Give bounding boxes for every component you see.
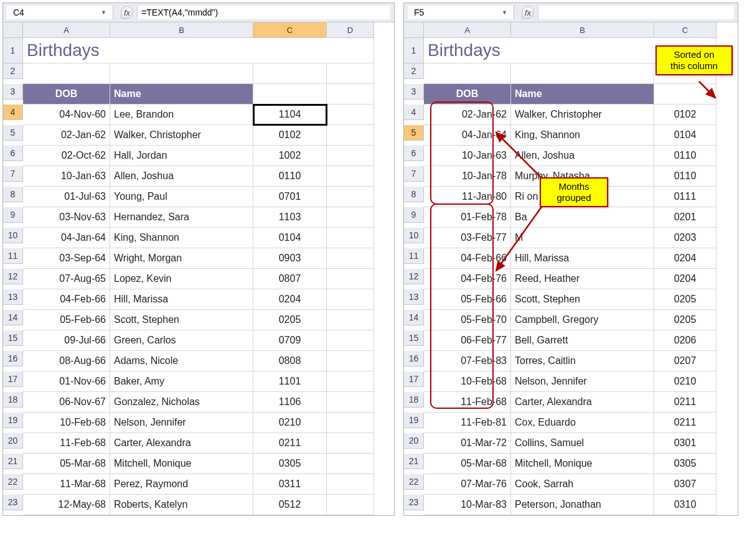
cell[interactable]: 0207 — [654, 351, 716, 371]
cell[interactable]: 1104 — [253, 105, 327, 125]
cell[interactable]: 0307 — [654, 474, 716, 495]
row-header[interactable]: 13 — [3, 289, 23, 305]
row-header[interactable]: 11 — [404, 248, 424, 264]
fx-icon[interactable]: fx — [522, 6, 534, 19]
cell[interactable] — [327, 454, 374, 474]
dropdown-icon[interactable]: ▼ — [101, 9, 106, 16]
cell[interactable]: Reed, Heather — [511, 269, 654, 289]
cell[interactable]: 0701 — [253, 187, 327, 207]
cell[interactable]: 0211 — [654, 392, 716, 413]
cell[interactable]: 03-Feb-77 — [424, 228, 511, 248]
cell[interactable]: Lee, Brandon — [110, 105, 253, 125]
cell[interactable]: 10-Feb-68 — [424, 371, 511, 392]
cell[interactable]: 0204 — [654, 248, 716, 269]
cell[interactable]: Nelson, Jennifer — [110, 413, 253, 433]
title-cell[interactable]: Birthdays — [23, 38, 374, 63]
cell[interactable] — [327, 289, 374, 310]
row-header[interactable]: 14 — [404, 310, 424, 325]
row-header[interactable]: 21 — [3, 454, 23, 469]
cell[interactable] — [327, 310, 374, 330]
cell[interactable]: 10-Jan-63 — [23, 166, 110, 187]
cell[interactable]: 07-Mar-76 — [424, 474, 511, 495]
cell[interactable]: 0512 — [253, 495, 327, 515]
row-header[interactable]: 20 — [404, 433, 424, 449]
cell[interactable]: 0102 — [253, 125, 327, 146]
cell[interactable]: 1103 — [253, 207, 327, 228]
cell[interactable]: 06-Nov-67 — [23, 392, 110, 413]
cell[interactable]: 0310 — [654, 495, 716, 515]
cell[interactable] — [327, 187, 374, 207]
cell[interactable]: Hill, Marissa — [511, 248, 654, 269]
row-header[interactable]: 16 — [3, 351, 23, 366]
cell[interactable]: 0110 — [253, 166, 327, 187]
row-header[interactable]: 17 — [404, 371, 424, 387]
cell[interactable]: Green, Carlos — [110, 330, 253, 351]
worksheet-left[interactable]: ABCD1Birthdays23DOBName404-Nov-60Lee, Br… — [3, 22, 394, 515]
row-header[interactable]: 1 — [404, 38, 424, 63]
cell[interactable]: Adams, Nicole — [110, 351, 253, 371]
row-header[interactable]: 2 — [3, 63, 23, 79]
row-header[interactable]: 8 — [3, 187, 23, 202]
row-header[interactable]: 14 — [3, 310, 23, 325]
cell[interactable]: King, Shannon — [110, 228, 253, 248]
cell[interactable]: Wright, Morgan — [110, 248, 253, 269]
cell[interactable]: Roberts, Katelyn — [110, 495, 253, 515]
cell[interactable] — [327, 105, 374, 125]
cell[interactable]: 11-Feb-81 — [424, 413, 511, 433]
cell[interactable]: 11-Mar-68 — [23, 474, 110, 495]
name-box[interactable]: F5 ▼ — [408, 6, 514, 19]
cell[interactable]: 0709 — [253, 330, 327, 351]
cell[interactable]: 05-Feb-70 — [424, 310, 511, 330]
cell[interactable] — [327, 392, 374, 413]
cell[interactable]: Baker, Amy — [110, 371, 253, 392]
cell[interactable]: Lopez, Kevin — [110, 269, 253, 289]
cell[interactable]: 0210 — [253, 413, 327, 433]
cell[interactable]: Cox, Eduardo — [511, 413, 654, 433]
cell[interactable] — [327, 166, 374, 187]
cell[interactable]: Mitchell, Monique — [110, 454, 253, 474]
cell[interactable]: 04-Feb-66 — [424, 248, 511, 269]
cell[interactable]: 0110 — [654, 146, 716, 166]
cell[interactable] — [327, 248, 374, 269]
cell[interactable]: Torres, Caitlin — [511, 351, 654, 371]
cell[interactable]: Cook, Sarrah — [511, 474, 654, 495]
row-header[interactable]: 12 — [404, 269, 424, 284]
column-header[interactable]: A — [23, 22, 110, 38]
row-header[interactable]: 6 — [404, 146, 424, 161]
row-header[interactable]: 20 — [3, 433, 23, 449]
column-header[interactable]: D — [327, 22, 374, 38]
row-header[interactable]: 19 — [404, 413, 424, 428]
row-header[interactable]: 23 — [404, 495, 424, 510]
cell[interactable]: Allen, Joshua — [110, 166, 253, 187]
cell[interactable] — [654, 84, 716, 105]
row-header[interactable]: 13 — [404, 289, 424, 305]
cell[interactable]: 0111 — [654, 187, 716, 207]
cell[interactable]: 1101 — [253, 371, 327, 392]
cell[interactable]: 05-Feb-66 — [424, 289, 511, 310]
cell[interactable]: 07-Aug-65 — [23, 269, 110, 289]
cell[interactable]: 1106 — [253, 392, 327, 413]
cell[interactable] — [511, 63, 654, 84]
row-header[interactable]: 3 — [3, 84, 23, 100]
cell[interactable]: 01-Jul-63 — [23, 187, 110, 207]
cell[interactable]: 03-Sep-64 — [23, 248, 110, 269]
cell[interactable] — [327, 433, 374, 454]
row-header[interactable]: 8 — [404, 187, 424, 202]
cell[interactable]: Young, Paul — [110, 187, 253, 207]
fx-icon[interactable]: fx — [121, 6, 133, 19]
cell[interactable]: 01-Mar-72 — [424, 433, 511, 454]
cell[interactable]: 12-May-68 — [23, 495, 110, 515]
cell[interactable]: 02-Oct-62 — [23, 146, 110, 166]
cell[interactable] — [327, 228, 374, 248]
cell[interactable]: 0211 — [253, 433, 327, 454]
cell[interactable]: Scott, Stephen — [110, 310, 253, 330]
row-header[interactable]: 15 — [3, 330, 23, 346]
cell[interactable]: 0110 — [654, 166, 716, 187]
cell[interactable]: 04-Jan-64 — [23, 228, 110, 248]
row-header[interactable]: 11 — [3, 248, 23, 264]
cell[interactable]: 09-Jul-66 — [23, 330, 110, 351]
row-header[interactable]: 1 — [3, 38, 23, 63]
cell[interactable]: Perez, Raymond — [110, 474, 253, 495]
cell[interactable]: Hernandez, Sara — [110, 207, 253, 228]
row-header[interactable]: 10 — [404, 228, 424, 243]
